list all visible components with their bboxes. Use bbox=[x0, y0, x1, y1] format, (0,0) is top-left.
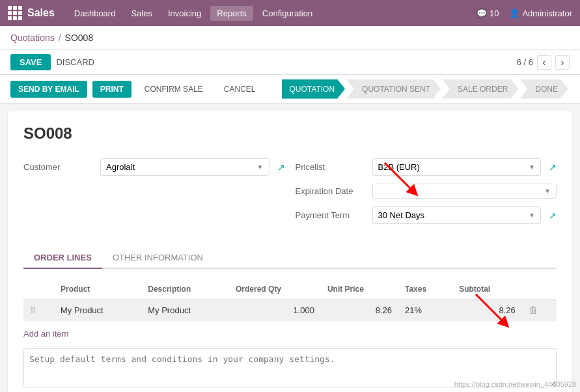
customer-dropdown-arrow: ▼ bbox=[257, 163, 264, 171]
col-actions bbox=[522, 279, 557, 300]
row-handle: ⠿ bbox=[23, 300, 54, 321]
payment-field-row: Payment Term 30 Net Days ▼ ↗ bbox=[296, 206, 557, 224]
delete-icon[interactable]: 🗑 bbox=[529, 305, 538, 315]
row-delete[interactable]: 🗑 bbox=[522, 300, 557, 321]
nav-sales[interactable]: Sales bbox=[124, 6, 159, 21]
page-nav: 6 / 6 ‹ › bbox=[517, 55, 570, 70]
messages-badge[interactable]: 💬 10 bbox=[476, 8, 499, 18]
app-name: Sales bbox=[27, 7, 55, 19]
payment-input[interactable]: 30 Net Days ▼ bbox=[372, 206, 542, 224]
expiration-field-row: Expiration Date ▼ bbox=[296, 184, 557, 199]
customer-external-link-icon[interactable]: ↗ bbox=[277, 162, 285, 173]
page-info: 6 / 6 bbox=[517, 57, 533, 67]
order-table: Product Description Ordered Qty Unit Pri… bbox=[23, 279, 557, 321]
send-email-button[interactable]: SEND BY EMAIL bbox=[10, 81, 87, 98]
user-menu[interactable]: 👤 Administrator bbox=[509, 8, 572, 18]
tabs: ORDER LINES OTHER INFORMATION bbox=[23, 247, 557, 269]
col-qty: Ordered Qty bbox=[229, 279, 321, 300]
prev-arrow[interactable]: ‹ bbox=[537, 55, 551, 70]
navbar-right: 💬 10 👤 Administrator bbox=[476, 8, 572, 18]
add-item-link[interactable]: Add an item bbox=[23, 329, 68, 339]
customer-label: Customer bbox=[23, 162, 95, 172]
stage-sale-order[interactable]: SALE ORDER bbox=[442, 79, 518, 99]
next-arrow[interactable]: › bbox=[555, 55, 570, 70]
stage-quotation[interactable]: QUOTATION bbox=[282, 79, 346, 99]
row-subtotal: 8.26 bbox=[452, 300, 521, 321]
expiration-dropdown-arrow: ▼ bbox=[544, 188, 551, 195]
breadcrumb-current: SO008 bbox=[65, 33, 94, 43]
action-left: SAVE DISCARD bbox=[10, 54, 94, 70]
status-bar: SEND BY EMAIL PRINT CONFIRM SALE CANCEL … bbox=[0, 75, 580, 104]
confirm-sale-button[interactable]: CONFIRM SALE bbox=[137, 81, 211, 98]
table-row[interactable]: ⠿ My Product My Product 1.000 8.26 21% 8… bbox=[23, 300, 557, 321]
pricelist-dropdown-arrow: ▼ bbox=[529, 163, 535, 171]
print-button[interactable]: PRINT bbox=[92, 81, 131, 98]
col-taxes: Taxes bbox=[398, 279, 452, 300]
col-handle bbox=[23, 279, 54, 300]
main-content: SO008 Customer Agrolait ▼ ↗ Pricelist B2… bbox=[8, 111, 572, 392]
pricelist-label: Pricelist bbox=[296, 162, 367, 172]
grid-icon bbox=[8, 6, 22, 20]
app-brand[interactable]: Sales bbox=[8, 6, 55, 20]
row-product[interactable]: My Product bbox=[54, 300, 141, 321]
form-left: Customer Agrolait ▼ ↗ bbox=[23, 158, 285, 232]
action-bar: SAVE DISCARD 6 / 6 ‹ › bbox=[0, 50, 580, 75]
form-grid: Customer Agrolait ▼ ↗ Pricelist B2B (EUR… bbox=[23, 158, 557, 232]
expiration-label: Expiration Date bbox=[296, 186, 367, 196]
nav-dashboard[interactable]: Dashboard bbox=[68, 6, 122, 21]
row-taxes[interactable]: 21% bbox=[398, 300, 452, 321]
stage-quotation-sent[interactable]: QUOTATION SENT bbox=[346, 79, 441, 99]
nav-links: Dashboard Sales Invoicing Reports Config… bbox=[68, 6, 463, 21]
navbar: Sales Dashboard Sales Invoicing Reports … bbox=[0, 0, 580, 26]
payment-label: Payment Term bbox=[296, 210, 367, 220]
stage-done[interactable]: DONE bbox=[519, 79, 568, 99]
tab-order-lines[interactable]: ORDER LINES bbox=[23, 247, 102, 269]
save-button[interactable]: SAVE bbox=[10, 54, 51, 70]
breadcrumb: Quotations / SO008 bbox=[0, 26, 580, 50]
customer-input[interactable]: Agrolait ▼ bbox=[100, 158, 269, 176]
row-unit-price[interactable]: 8.26 bbox=[321, 300, 398, 321]
form-title: SO008 bbox=[23, 124, 557, 143]
expiration-input[interactable]: ▼ bbox=[372, 184, 557, 199]
stage-pipeline: QUOTATION QUOTATION SENT SALE ORDER DONE bbox=[282, 79, 570, 99]
customer-field-row: Customer Agrolait ▼ ↗ bbox=[23, 158, 285, 176]
col-unit-price: Unit Price bbox=[321, 279, 398, 300]
nav-configuration[interactable]: Configuration bbox=[256, 6, 319, 21]
row-qty[interactable]: 1.000 bbox=[229, 300, 321, 321]
form-right: Pricelist B2B (EUR) ▼ ↗ Expiration Date … bbox=[296, 158, 557, 232]
pricelist-field-row: Pricelist B2B (EUR) ▼ ↗ bbox=[296, 158, 557, 176]
payment-external-link-icon[interactable]: ↗ bbox=[549, 210, 557, 221]
discard-button[interactable]: DISCARD bbox=[56, 57, 94, 67]
watermark: https://blog.csdn.net/weixin_44305928 bbox=[450, 379, 580, 389]
pricelist-input[interactable]: B2B (EUR) ▼ bbox=[372, 158, 542, 176]
cancel-sale-button[interactable]: CANCEL bbox=[216, 81, 264, 98]
col-description: Description bbox=[141, 279, 229, 300]
breadcrumb-separator: / bbox=[59, 33, 61, 43]
nav-invoicing[interactable]: Invoicing bbox=[161, 6, 208, 21]
nav-reports[interactable]: Reports bbox=[210, 6, 253, 21]
payment-dropdown-arrow: ▼ bbox=[529, 212, 535, 219]
col-product: Product bbox=[54, 279, 141, 300]
breadcrumb-parent[interactable]: Quotations bbox=[10, 33, 55, 43]
col-subtotal: Subtotal bbox=[452, 279, 521, 300]
pricelist-external-link-icon[interactable]: ↗ bbox=[549, 162, 557, 173]
row-description[interactable]: My Product bbox=[141, 300, 229, 321]
tab-other-info[interactable]: OTHER INFORMATION bbox=[102, 247, 214, 269]
